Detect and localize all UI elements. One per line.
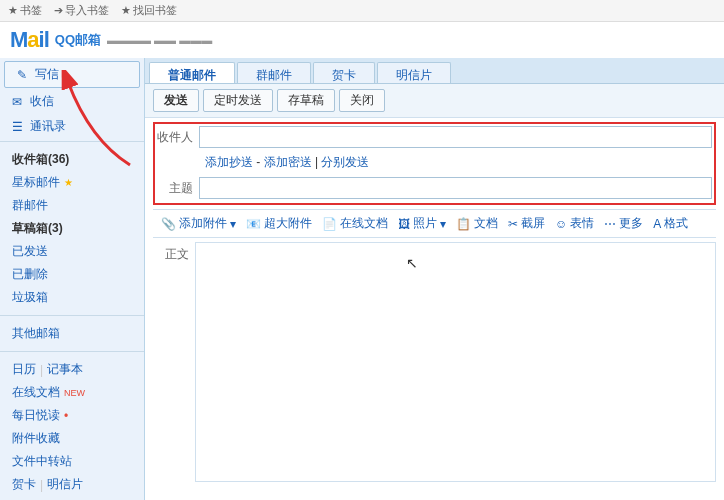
screenshot-button[interactable]: ✂截屏 — [508, 215, 545, 232]
brand-text: QQ邮箱 — [55, 31, 101, 49]
mail-header: Mail QQ邮箱 ▬▬▬▬ ▬▬ ▬▬▬ — [0, 22, 724, 58]
more-icon: ⋯ — [604, 217, 616, 231]
tab-postcard[interactable]: 明信片 — [377, 62, 451, 83]
online-doc-button[interactable]: 📄在线文档 — [322, 215, 388, 232]
compose-toolbar: 📎添加附件 ▾ 📧超大附件 📄在线文档 🖼照片 ▾ 📋文档 ✂截屏 ☺表情 ⋯更… — [153, 209, 716, 238]
contacts-button[interactable]: ☰ 通讯录 — [0, 114, 144, 139]
sidebar: ✎ 写信 ✉ 收信 ☰ 通讯录 收件箱(36) 星标邮件 ★ 群邮件 草稿箱(3… — [0, 58, 145, 500]
attach-button[interactable]: 📎添加附件 ▾ — [161, 215, 236, 232]
deleted-folder[interactable]: 已删除 — [0, 263, 144, 286]
separate-send-link[interactable]: 分别发送 — [321, 155, 369, 169]
format-icon: A — [653, 217, 661, 231]
to-input[interactable] — [199, 126, 712, 148]
close-button[interactable]: 关闭 — [339, 89, 385, 112]
browser-bookmark-bar: ★书签 ➔导入书签 ★找回书签 — [0, 0, 724, 22]
big-attach-button[interactable]: 📧超大附件 — [246, 215, 312, 232]
receive-label: 收信 — [30, 93, 54, 110]
content-area: 普通邮件 群邮件 贺卡 明信片 发送 定时发送 存草稿 关闭 收件人 添加抄送 … — [145, 58, 724, 500]
compose-label: 写信 — [35, 66, 59, 83]
action-bar: 发送 定时发送 存草稿 关闭 — [145, 84, 724, 118]
tab-normal-mail[interactable]: 普通邮件 — [149, 62, 235, 83]
dot-icon: • — [64, 409, 68, 423]
tab-card[interactable]: 贺卡 — [313, 62, 375, 83]
send-button[interactable]: 发送 — [153, 89, 199, 112]
file-transfer-link[interactable]: 文件中转站 — [0, 450, 144, 473]
timed-send-button[interactable]: 定时发送 — [203, 89, 273, 112]
contacts-icon: ☰ — [10, 120, 24, 134]
subject-label: 主题 — [157, 180, 199, 197]
arrow-icon: ➔ — [54, 4, 63, 17]
body-editor[interactable]: ↖ — [195, 242, 716, 482]
star-icon: ★ — [121, 4, 131, 17]
sent-folder[interactable]: 已发送 — [0, 240, 144, 263]
import-bookmark-link[interactable]: ➔导入书签 — [54, 3, 109, 18]
spam-folder[interactable]: 垃圾箱 — [0, 286, 144, 309]
calendar-link[interactable]: 日历 | 记事本 — [0, 358, 144, 381]
daily-read-link[interactable]: 每日悦读 • — [0, 404, 144, 427]
more-button[interactable]: ⋯更多 — [604, 215, 643, 232]
star-icon: ★ — [8, 4, 18, 17]
photo-icon: 🖼 — [398, 217, 410, 231]
file-icon: 📋 — [456, 217, 471, 231]
add-bcc-link[interactable]: 添加密送 — [264, 155, 312, 169]
to-label: 收件人 — [157, 129, 199, 146]
body-label: 正文 — [153, 242, 195, 482]
emoji-button[interactable]: ☺表情 — [555, 215, 594, 232]
inbox-folder[interactable]: 收件箱(36) — [0, 148, 144, 171]
online-doc-link[interactable]: 在线文档 NEW — [0, 381, 144, 404]
group-folder[interactable]: 群邮件 — [0, 194, 144, 217]
emoji-icon: ☺ — [555, 217, 567, 231]
doc-button[interactable]: 📋文档 — [456, 215, 498, 232]
card-link[interactable]: 贺卡 | 明信片 — [0, 473, 144, 496]
receive-button[interactable]: ✉ 收信 — [0, 89, 144, 114]
tab-group-mail[interactable]: 群邮件 — [237, 62, 311, 83]
compose-icon: ✎ — [15, 68, 29, 82]
big-attach-icon: 📧 — [246, 217, 261, 231]
format-button[interactable]: A格式 — [653, 215, 688, 232]
bookmark-link[interactable]: ★书签 — [8, 3, 42, 18]
compose-button[interactable]: ✎ 写信 — [4, 61, 140, 88]
receive-icon: ✉ — [10, 95, 24, 109]
find-bookmark-link[interactable]: ★找回书签 — [121, 3, 177, 18]
screenshot-icon: ✂ — [508, 217, 518, 231]
new-badge: NEW — [64, 388, 85, 398]
starred-folder[interactable]: 星标邮件 ★ — [0, 171, 144, 194]
drafts-folder[interactable]: 草稿箱(3) — [0, 217, 144, 240]
doc-icon: 📄 — [322, 217, 337, 231]
star-icon: ★ — [64, 177, 73, 188]
photo-button[interactable]: 🖼照片 ▾ — [398, 215, 446, 232]
subject-input[interactable] — [199, 177, 712, 199]
save-draft-button[interactable]: 存草稿 — [277, 89, 335, 112]
add-cc-link[interactable]: 添加抄送 — [205, 155, 253, 169]
contacts-label: 通讯录 — [30, 118, 66, 135]
user-info: ▬▬▬▬ ▬▬ ▬▬▬ — [107, 34, 212, 46]
mail-logo: Mail — [10, 27, 49, 53]
cursor-icon: ↖ — [406, 255, 418, 271]
attach-collect-link[interactable]: 附件收藏 — [0, 427, 144, 450]
other-mailbox[interactable]: 其他邮箱 — [0, 322, 144, 345]
compose-tabs: 普通邮件 群邮件 贺卡 明信片 — [145, 58, 724, 84]
attach-icon: 📎 — [161, 217, 176, 231]
highlighted-region: 收件人 添加抄送 - 添加密送 | 分别发送 主题 — [153, 122, 716, 205]
